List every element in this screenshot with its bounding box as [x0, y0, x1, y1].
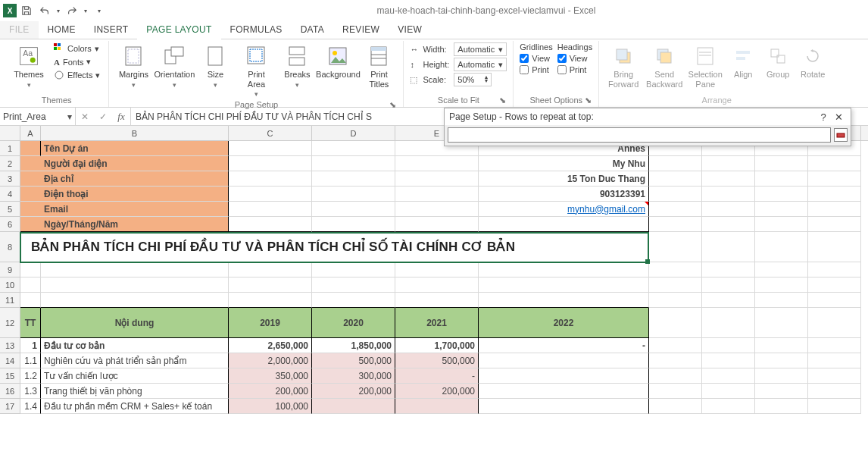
cell[interactable]: Email	[41, 202, 229, 217]
cell[interactable]	[395, 293, 479, 308]
cell[interactable]	[808, 217, 861, 232]
cell[interactable]	[20, 217, 41, 232]
cell[interactable]	[395, 202, 479, 217]
cell[interactable]	[702, 338, 755, 353]
cell[interactable]	[649, 384, 702, 399]
cell[interactable]	[20, 262, 41, 277]
enter-formula-icon[interactable]: ✓	[94, 108, 112, 126]
cell[interactable]: 1,700,000	[395, 338, 479, 353]
cell[interactable]	[41, 277, 229, 293]
cell[interactable]: 1.1	[20, 353, 41, 368]
cell[interactable]	[312, 202, 395, 217]
cell[interactable]	[395, 156, 479, 171]
cell[interactable]	[702, 156, 755, 171]
cells-grid[interactable]: Tên Dự án Annes Người đại diện My Nhu Đị…	[20, 141, 861, 414]
cell[interactable]: -	[479, 338, 649, 353]
cell[interactable]: Địa chỉ	[41, 171, 229, 187]
print-titles-button[interactable]: Print Titles	[361, 42, 397, 89]
cell[interactable]	[229, 277, 312, 293]
table-header[interactable]: 2021	[395, 308, 479, 338]
cell[interactable]	[755, 338, 808, 353]
cell[interactable]	[229, 202, 312, 217]
cell[interactable]	[755, 384, 808, 399]
cell[interactable]: Đầu tư cơ bản	[41, 338, 229, 353]
cell[interactable]: 1.2	[20, 368, 41, 384]
headings-print-checkbox[interactable]: Print	[557, 65, 592, 74]
themes-button[interactable]: Aa Themes ▾	[11, 42, 47, 89]
cell[interactable]	[755, 353, 808, 368]
colors-button[interactable]: Colors▾	[52, 42, 102, 55]
cell[interactable]	[755, 262, 808, 277]
cell[interactable]: Đầu tư phần mềm CRM + Sales+ kế toán	[41, 399, 229, 414]
tab-insert[interactable]: INSERT	[85, 21, 138, 39]
cell[interactable]	[702, 353, 755, 368]
cell[interactable]	[808, 202, 861, 217]
cell[interactable]	[20, 141, 41, 156]
cell[interactable]	[479, 277, 649, 293]
page-setup-launcher-icon[interactable]: ⬊	[388, 100, 397, 109]
qat-customize-icon[interactable]: ▾	[91, 2, 108, 19]
cell[interactable]: 200,000	[229, 384, 312, 399]
cell[interactable]	[312, 277, 395, 293]
cell[interactable]: 100,000	[229, 399, 312, 414]
cell[interactable]	[808, 171, 861, 187]
row-header[interactable]: 12	[0, 308, 20, 338]
help-icon[interactable]: ?	[816, 111, 831, 123]
gridlines-print-checkbox[interactable]: Print	[520, 65, 552, 74]
tab-file[interactable]: FILE	[0, 21, 39, 39]
row-header[interactable]: 8	[0, 232, 20, 262]
cell[interactable]	[649, 262, 702, 277]
cell[interactable]: 1.4	[20, 399, 41, 414]
cell[interactable]	[229, 217, 312, 232]
cell[interactable]	[479, 293, 649, 308]
cell[interactable]: 350,000	[229, 368, 312, 384]
cell[interactable]	[649, 338, 702, 353]
cell[interactable]	[229, 141, 312, 156]
cell[interactable]	[649, 399, 702, 414]
cell[interactable]	[702, 308, 755, 338]
cell[interactable]	[649, 156, 702, 171]
cell[interactable]: 1	[20, 338, 41, 353]
cell[interactable]	[755, 308, 808, 338]
cell[interactable]	[312, 141, 395, 156]
cell[interactable]	[649, 217, 702, 232]
cell[interactable]	[312, 293, 395, 308]
cell[interactable]	[479, 217, 649, 232]
cell[interactable]: 2,650,000	[229, 338, 312, 353]
cell[interactable]	[808, 156, 861, 171]
cell[interactable]	[702, 368, 755, 384]
cell[interactable]	[395, 171, 479, 187]
cell[interactable]	[20, 293, 41, 308]
cell[interactable]	[479, 399, 649, 414]
scale-spinner[interactable]: 50%▴▾	[454, 73, 492, 86]
cell[interactable]	[808, 368, 861, 384]
cell[interactable]	[755, 202, 808, 217]
background-button[interactable]: Background	[320, 42, 356, 80]
cell[interactable]	[649, 277, 702, 293]
cell[interactable]	[808, 338, 861, 353]
undo-icon[interactable]	[36, 2, 53, 19]
cell[interactable]	[808, 399, 861, 414]
cell[interactable]	[702, 262, 755, 277]
scale-launcher-icon[interactable]: ⬊	[498, 96, 507, 105]
cell[interactable]	[312, 171, 395, 187]
tab-data[interactable]: DATA	[292, 21, 333, 39]
cell[interactable]	[479, 353, 649, 368]
page-setup-dialog[interactable]: Page Setup - Rows to repeat at top: ? ✕	[444, 108, 851, 146]
row-header[interactable]: 3	[0, 171, 20, 187]
cell[interactable]	[229, 156, 312, 171]
cell[interactable]	[755, 232, 808, 262]
cell[interactable]	[312, 156, 395, 171]
cell[interactable]	[312, 217, 395, 232]
cell[interactable]	[20, 277, 41, 293]
cell[interactable]	[808, 353, 861, 368]
row-header[interactable]: 10	[0, 277, 20, 293]
dialog-title-bar[interactable]: Page Setup - Rows to repeat at top: ? ✕	[445, 108, 851, 125]
title-cell[interactable]: BẢN PHÂN TÍCH CHI PHÍ ĐẦU TƯ VÀ PHÂN TÍC…	[20, 232, 649, 262]
cell[interactable]	[702, 217, 755, 232]
cell[interactable]	[755, 277, 808, 293]
table-header[interactable]: Nội dung	[41, 308, 229, 338]
cell[interactable]	[41, 293, 229, 308]
cell[interactable]	[479, 262, 649, 277]
cell[interactable]	[755, 171, 808, 187]
